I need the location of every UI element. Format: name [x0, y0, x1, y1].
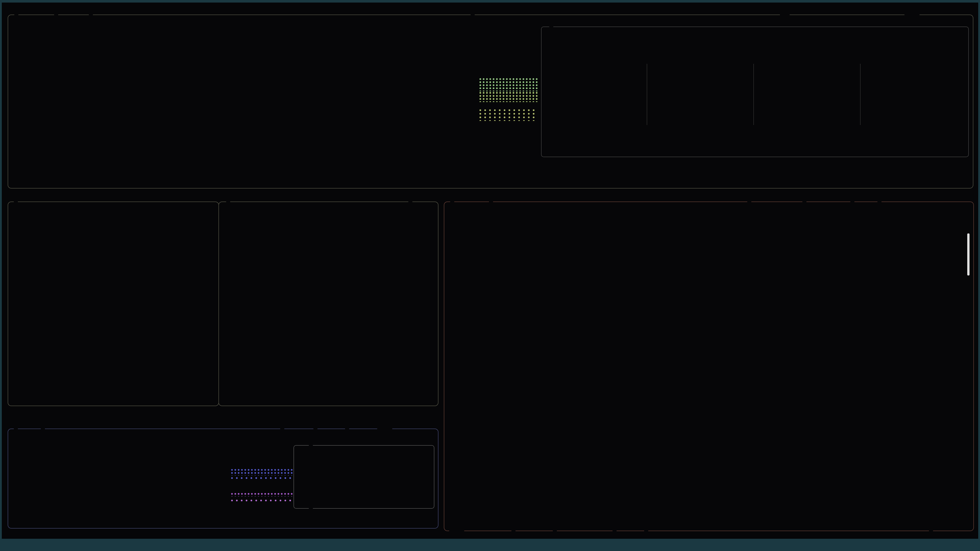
proc-selection-count	[929, 524, 933, 536]
battery-label	[780, 8, 790, 21]
cpu-history-graph	[479, 92, 538, 102]
net-address	[41, 422, 45, 435]
download-speed	[297, 465, 302, 478]
clock	[471, 8, 475, 21]
cpu-core-panel	[541, 27, 969, 157]
cpu-total-percent	[932, 47, 967, 59]
proc-terminate-button[interactable]	[553, 524, 557, 536]
upload-speed	[297, 485, 302, 497]
download-title	[309, 439, 313, 452]
upload-title	[309, 502, 313, 514]
cpu-history-graph	[479, 78, 538, 91]
proc-box-title[interactable]	[450, 195, 454, 208]
net-speed-panel	[293, 445, 434, 509]
net-zero-button[interactable]	[345, 422, 349, 435]
download-graph	[231, 469, 293, 475]
proc-signals-button[interactable]	[644, 524, 648, 536]
proc-info-button[interactable]	[511, 524, 515, 536]
window-edge-top	[0, 0, 980, 3]
disks-box-title[interactable]	[226, 195, 230, 208]
proc-filter-button[interactable]	[489, 195, 493, 208]
net-sync-button[interactable]	[280, 422, 284, 435]
disks-io-toggle[interactable]	[408, 195, 412, 208]
proc-box	[444, 202, 974, 531]
proc-scrollbar[interactable]	[967, 233, 969, 275]
btop-terminal	[0, 0, 980, 551]
core-column-divider	[647, 64, 647, 125]
cpu-model-title	[549, 21, 553, 33]
proc-header-pid[interactable]	[449, 212, 487, 225]
upload-graph	[231, 499, 293, 503]
mem-box	[8, 202, 219, 406]
update-interval	[904, 8, 920, 21]
proc-tree-button[interactable]	[850, 195, 854, 208]
net-interface-switcher	[377, 422, 392, 435]
window-edge-right	[978, 0, 980, 551]
menu-button[interactable]	[54, 8, 58, 21]
proc-select-control[interactable]	[449, 524, 464, 536]
proc-reverse-button[interactable]	[802, 195, 807, 208]
core-column-divider	[860, 64, 861, 125]
proc-sort-switcher	[877, 195, 881, 208]
core-column-divider	[753, 64, 754, 125]
download-graph	[231, 477, 293, 481]
proc-header-threads[interactable]	[763, 212, 810, 225]
cpu-history-graph	[479, 109, 538, 121]
window-edge-bottom	[0, 539, 980, 551]
cpu-box-title[interactable]	[14, 8, 18, 21]
disks-box	[218, 202, 438, 406]
net-auto-button[interactable]	[313, 422, 318, 435]
upload-graph	[231, 493, 293, 496]
proc-percore-button[interactable]	[747, 195, 751, 208]
net-box-title[interactable]	[14, 422, 18, 435]
window-edge-left	[0, 0, 2, 551]
preset-button[interactable]	[89, 8, 93, 21]
mem-box-title[interactable]	[14, 195, 18, 208]
proc-kill-button[interactable]	[612, 524, 617, 536]
